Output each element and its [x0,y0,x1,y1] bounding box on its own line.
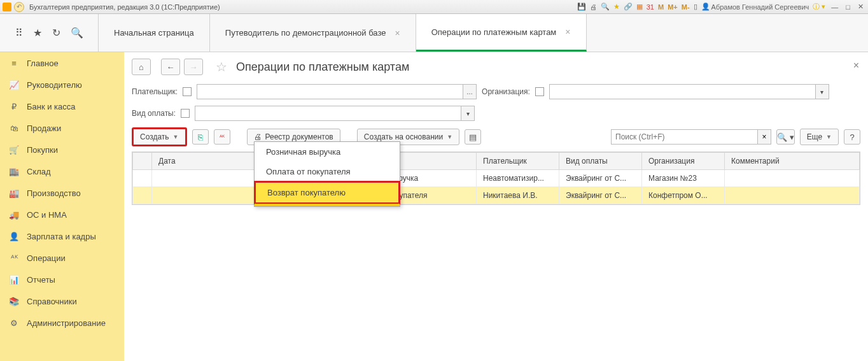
org-combo: ▾ [549,84,829,99]
sidebar-item-purchases[interactable]: 🛒Покупки [0,139,124,160]
user-label[interactable]: 👤 Абрамов Геннадий Сергеевич [701,3,809,11]
tab-guide-label: Путеводитель по демонстрационной базе [225,28,386,38]
org-label: Организация: [482,87,530,96]
col-icon[interactable] [133,153,152,170]
sidebar-item-label: Производство [27,188,81,198]
copy-button[interactable]: ⎘ [192,129,209,145]
sidebar-item-manager[interactable]: 📈Руководителю [0,74,124,96]
tab-guide[interactable]: Путеводитель по демонстрационной базе × [210,14,416,52]
nav-next-button[interactable]: → [184,59,203,75]
help-button[interactable]: ? [844,129,860,145]
create-button[interactable]: Создать ▼ [132,127,187,146]
tab-ops[interactable]: Операции по платежным картам × [416,14,587,52]
sidebar-item-bank[interactable]: ₽Банк и касса [0,96,124,117]
m-plus-icon[interactable]: M+ [668,3,678,11]
sidebar-item-reports[interactable]: 📊Отчеты [0,269,124,290]
paytype-dropdown-button[interactable]: ▾ [461,106,475,121]
tab-close-icon[interactable]: × [395,28,400,38]
sidebar-item-assets[interactable]: 🚚ОС и НМА [0,204,124,225]
org-checkbox[interactable] [535,87,544,96]
close-page-icon[interactable]: × [853,60,859,71]
nav-prev-button[interactable]: ← [161,59,180,75]
favorite-icon[interactable]: ★ [33,27,42,39]
table: Дата Сумма Вид операции Плательщик Вид о… [132,152,860,205]
col-paytype[interactable]: Вид оплаты [559,153,642,170]
history-icon[interactable]: ↻ [52,27,60,39]
bars-icon: 📊 [9,275,19,285]
org-dropdown-button[interactable]: ▾ [815,84,829,99]
more-label: Еще [807,132,822,141]
minimize-icon[interactable]: — [829,3,840,11]
system-buttons: ⠿ ★ ↻ 🔍 [0,14,99,52]
search-run-button[interactable]: 🔍 ▾ [776,129,795,145]
maximize-icon[interactable]: □ [844,3,852,11]
cell-comment [725,170,860,187]
m-minus-icon[interactable]: M- [682,3,690,11]
search-icon[interactable]: 🔍 [601,3,610,11]
sidebar-item-dicts[interactable]: 📚Справочники [0,290,124,312]
paytype-input[interactable] [195,106,461,121]
row-icon [133,187,152,204]
menu-icon: ≡ [9,59,19,68]
calc-icon[interactable]: ▦ [636,3,643,11]
print-icon[interactable]: 🖨 [590,3,597,11]
table-row[interactable]: 18 000,00 Оплата от покупателя Никитаева… [133,187,860,204]
list-toolbar: Создать ▼ ⎘ ᴬᴷ 🖨 Реестр документов Созда… [132,127,860,146]
sidebar-item-label: Отчеты [27,275,55,285]
content-header: ⌂ ← → ☆ Операции по платежным картам [132,59,860,75]
warehouse-icon: 🏬 [9,167,19,176]
sidebar-item-production[interactable]: 🏭Производство [0,182,124,204]
chart-icon: 📈 [9,80,19,90]
more-button[interactable]: Еще ▼ [800,129,839,145]
sidebar-item-operations[interactable]: ᴬᴷОперации [0,247,124,269]
col-comment[interactable]: Комментарий [725,153,860,170]
link-icon[interactable]: 🔗 [624,3,633,11]
cell-date [152,187,267,204]
payer-ellipsis-button[interactable]: … [463,84,477,99]
payer-input[interactable] [197,84,463,99]
doc-button[interactable]: ▤ [465,129,481,145]
dtkt-button[interactable]: ᴬᴷ [214,129,230,145]
titlebar-tools: 💾 🖨 🔍 ★ 🔗 ▦ 31 M M+ M- ▯ 👤 Абрамов Генна… [577,2,865,11]
search-global-icon[interactable]: 🔍 [71,27,83,39]
search-input[interactable] [611,129,757,145]
sidebar-item-hr[interactable]: 👤Зарплата и кадры [0,225,124,247]
payer-checkbox[interactable] [183,87,192,96]
app-icon [3,3,11,11]
m-icon[interactable]: M [658,3,664,11]
caret-down-icon: ▼ [826,134,832,140]
search-clear-button[interactable]: × [757,129,771,145]
home-button[interactable]: ⌂ [132,59,151,75]
star-outline-icon[interactable]: ☆ [216,59,227,74]
col-payer[interactable]: Плательщик [477,153,559,170]
org-input[interactable] [549,84,815,99]
sidebar-item-sales[interactable]: 🛍Продажи [0,117,124,139]
col-org[interactable]: Организация [642,153,725,170]
panel-icon[interactable]: ▯ [694,3,697,11]
tab-close-icon[interactable]: × [565,27,570,37]
caret-down-icon: ▼ [173,134,179,140]
content: × ⌂ ← → ☆ Операции по платежным картам П… [124,52,868,361]
calendar-icon[interactable]: 31 [647,3,654,11]
dropdown-item-retail[interactable]: Розничная выручка [255,142,400,162]
dropdown-item-payment[interactable]: Оплата от покупателя [255,162,400,181]
close-icon[interactable]: ✕ [856,3,865,11]
col-date[interactable]: Дата [152,153,267,170]
info-icon[interactable]: ⓘ ▾ [813,2,825,11]
sidebar-item-label: Администрирование [27,318,106,328]
star-icon[interactable]: ★ [613,3,620,11]
sidebar-item-stock[interactable]: 🏬Склад [0,160,124,182]
table-row[interactable]: 7 500,00 Розничная выручка Неавтоматизир… [133,170,860,187]
nav-back-icon[interactable]: ↶ [14,2,24,12]
tab-home-label: Начальная страница [114,28,194,38]
sidebar-item-label: Склад [27,167,51,176]
titlebar: ↶ Бухгалтерия предприятия, редакция 3.0 … [0,0,868,14]
dropdown-item-return[interactable]: Возврат покупателю [254,181,400,204]
sidebar-item-admin[interactable]: ⚙Администрирование [0,312,124,334]
save-icon[interactable]: 💾 [577,3,586,11]
sidebar-item-main[interactable]: ≡Главное [0,52,124,74]
cell-comment [725,187,860,204]
apps-icon[interactable]: ⠿ [15,27,23,39]
paytype-checkbox[interactable] [181,109,190,118]
tab-home[interactable]: Начальная страница [99,14,210,52]
